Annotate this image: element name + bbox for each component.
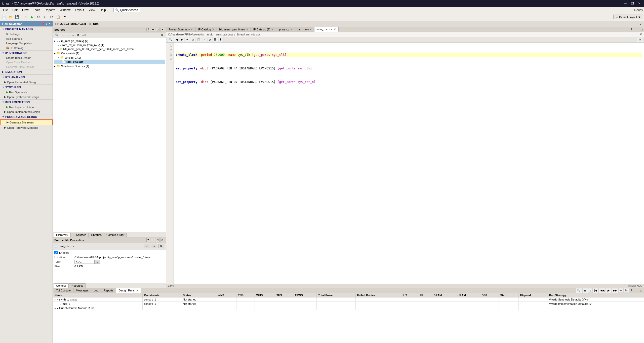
tab-close-btn7[interactable]: ✕ [334, 28, 336, 31]
nav-open-elaborated-design[interactable]: ▶ Open Elaborated Design [0, 80, 53, 84]
src-item-sim[interactable]: ▸ 📁 Simulation Sources (1) [54, 64, 165, 68]
sfp-close-btn[interactable]: ✕ [160, 238, 164, 242]
bottom-prev-btn[interactable]: ◀◀ [599, 288, 606, 293]
menu-reports[interactable]: Reports [43, 8, 57, 12]
editor-delete-btn[interactable]: ✕ [203, 37, 207, 42]
sources-settings-btn[interactable]: ⚙ [160, 33, 165, 37]
sfp-settings-btn[interactable]: ⚙ [158, 244, 164, 248]
code-content[interactable]: create_clock -period 20.000 -name sys_cl… [174, 42, 644, 284]
menu-help[interactable]: Help [98, 8, 108, 12]
quick-access-bar[interactable]: 🔍 Quick Access [113, 8, 140, 12]
design-runs-close[interactable]: ✕ [136, 289, 138, 292]
tab-project-summary[interactable]: Project Summary ✕ [166, 27, 195, 32]
menu-view[interactable]: View [87, 8, 97, 12]
sources-close-btn[interactable]: ✕ [160, 28, 164, 31]
flow-nav-pin-icon[interactable]: 📌 [41, 22, 45, 25]
open-btn[interactable]: 📂 [8, 14, 14, 20]
tab-ip-sources[interactable]: IP Sources [70, 233, 89, 237]
bottom-minimize-btn[interactable]: — [634, 289, 638, 292]
editor-minimize-btn[interactable]: — [634, 28, 639, 31]
flow-nav-help-icon[interactable]: ? [46, 22, 47, 25]
tab-tcl-console[interactable]: Tcl Console [54, 288, 73, 293]
editor-search-btn[interactable]: 🔍 [168, 37, 174, 42]
editor-fwd-btn[interactable]: ▶ [180, 37, 184, 42]
tab-ip-ram-v[interactable]: ip_ram.v ✕ [276, 27, 295, 32]
bottom-maximize-btn[interactable]: □ [639, 289, 643, 292]
table-row[interactable]: ▸ impl_1 constrs_1 Not started [53, 302, 644, 306]
src-item-ip-ram[interactable]: ▸ ● ● ip_ram (ip_ram.v) (2) [54, 39, 165, 43]
editor-settings-btn[interactable]: ⚙ [637, 37, 642, 42]
nav-generate-block-design[interactable]: Generate Block Design [0, 65, 53, 69]
editor-paste-btn[interactable]: 📋 [196, 37, 202, 42]
cut-btn[interactable]: ✂ [49, 14, 55, 20]
sources-add-btn[interactable]: + [71, 33, 75, 37]
menu-tools[interactable]: Tools [31, 8, 42, 12]
bottom-add-btn[interactable]: + [619, 288, 623, 292]
editor-copy-btn[interactable]: ⧉ [190, 37, 195, 42]
copy-btn[interactable]: 📋 [55, 14, 61, 20]
sources-sort-btn[interactable]: ↕ [66, 33, 70, 37]
run-btn[interactable]: ▶ [29, 14, 35, 20]
bottom-search-btn[interactable]: 🔍 [576, 288, 582, 293]
sources-filter-btn[interactable]: ⚏ [61, 33, 66, 37]
sfp-help-btn[interactable]: ? [146, 238, 150, 242]
menu-flow[interactable]: Flow [20, 8, 30, 12]
section-program-debug[interactable]: ▼ PROGRAM AND DEBUG [0, 114, 53, 119]
section-simulation[interactable]: ▶ SIMULATION [0, 69, 53, 74]
tab-log[interactable]: Log [91, 288, 101, 293]
bottom-percent-btn[interactable]: % [624, 288, 629, 292]
menu-edit[interactable]: Edit [10, 8, 20, 12]
editor-table-btn[interactable]: ☰ [213, 37, 218, 42]
default-layout-btn[interactable]: ☰ Default Layout ▼ [613, 15, 643, 19]
section-project-manager[interactable]: ▼ PROJECT MANAGER [0, 26, 53, 32]
sfp-minimize-btn[interactable]: — [151, 238, 155, 242]
tab-close-btn5[interactable]: ✕ [290, 28, 292, 31]
paste-btn[interactable]: ⚑ [62, 14, 68, 20]
nav-run-synthesis[interactable]: ▶ Run Synthesis [0, 90, 53, 95]
sfp-next-btn[interactable]: → [151, 244, 157, 248]
step-btn[interactable]: ⚙ [35, 14, 42, 20]
sources-minimize-btn[interactable]: — [151, 28, 155, 31]
close-btn[interactable]: ✕ [636, 1, 642, 6]
section-implementation[interactable]: ▼ IMPLEMENTATION [0, 99, 53, 105]
new-file-btn[interactable]: 📄 [1, 14, 7, 20]
tab-libraries[interactable]: Libraries [89, 233, 104, 237]
bottom-next-btn[interactable]: ▶▶ [612, 288, 618, 293]
sfp-prev-btn[interactable]: ← [144, 244, 150, 248]
sources-search-btn[interactable]: 🔍 [54, 33, 60, 37]
editor-back-btn[interactable]: ◀ [174, 37, 179, 42]
tab-compile-order[interactable]: Compile Order [104, 233, 127, 237]
src-item-constrs1[interactable]: ▸ 📁 constrs_1 (1) [54, 55, 165, 60]
sources-maximize-btn[interactable]: □ [156, 28, 159, 31]
nav-run-implementation[interactable]: ▶ Run Implementation [0, 105, 53, 109]
tab-reports[interactable]: Reports [101, 288, 116, 293]
tab-close-btn4[interactable]: ✕ [271, 28, 273, 31]
tab-close-btn[interactable]: ✕ [191, 28, 193, 31]
nav-add-sources[interactable]: Add Sources [0, 36, 53, 41]
tab-design-runs[interactable]: Design Runs ✕ [116, 288, 141, 293]
bottom-first-btn[interactable]: |◀ [593, 288, 598, 293]
tab-close-btn2[interactable]: ✕ [212, 28, 214, 31]
sfp-enabled-checkbox[interactable] [54, 251, 58, 254]
src-item-xdc[interactable]: 📄 ram_xdc.xdc [54, 60, 165, 64]
nav-settings[interactable]: ⚙ Settings [0, 32, 53, 36]
nav-open-block-design[interactable]: Open Block Design [0, 60, 53, 65]
nav-ip-catalog[interactable]: 📦 IP Catalog [0, 46, 53, 50]
menu-window[interactable]: Window [58, 8, 72, 12]
section-ip-integrator[interactable]: ▼ IP INTEGRATOR [0, 50, 53, 56]
sfp-tab-general[interactable]: General [54, 283, 68, 288]
minimize-btn[interactable]: — [623, 1, 629, 6]
table-row[interactable]: ▸ ▸ Out-of-Context Module Runs [53, 306, 644, 310]
tab-ip-catalog[interactable]: IP Catalog ✕ [195, 27, 217, 32]
editor-maximize-btn[interactable]: □ [640, 28, 643, 31]
save-btn[interactable]: 💾 [14, 14, 20, 20]
menu-file[interactable]: File [1, 8, 10, 12]
editor-comment-btn[interactable]: // [208, 38, 212, 42]
tab-hierarchy[interactable]: Hierarchy [54, 233, 70, 237]
sources-help-btn[interactable]: ? [146, 28, 150, 31]
menu-layout[interactable]: Layout [73, 8, 86, 12]
maximize-btn[interactable]: ❐ [630, 1, 635, 6]
src-item-constraints[interactable]: ▸ 📁 Constraints (1) [54, 51, 165, 55]
nav-language-templates[interactable]: Language Templates [0, 41, 53, 46]
tab-ram-xdc[interactable]: ram_xdc.xdc ✕ [314, 27, 338, 32]
